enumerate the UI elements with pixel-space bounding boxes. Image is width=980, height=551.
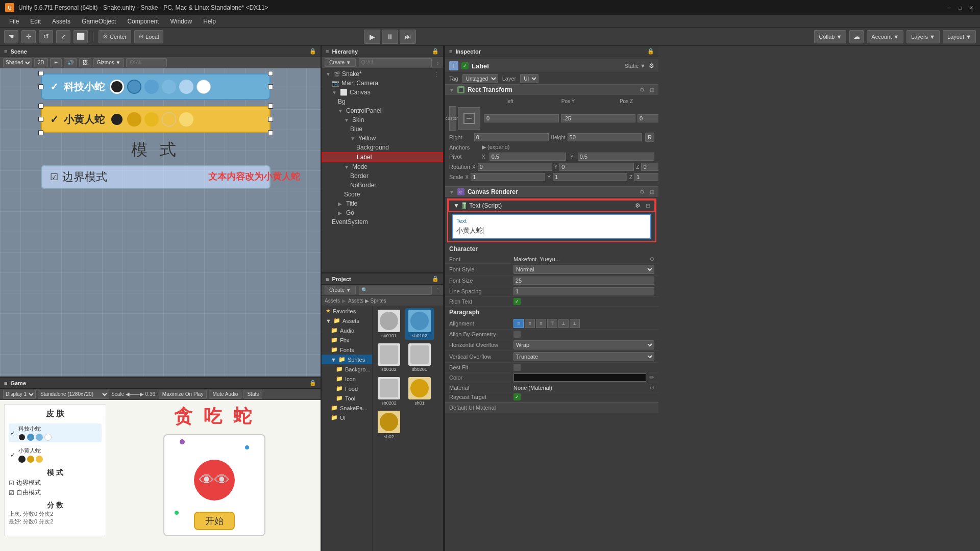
mute-button[interactable]: Mute Audio [209, 390, 241, 399]
static-label[interactable]: Static ▼ [625, 63, 646, 69]
hierarchy-create-button[interactable]: Create ▼ [325, 58, 356, 67]
proj-favorites[interactable]: ★ Favorites [322, 306, 372, 316]
hierarchy-lock-icon[interactable]: 🔒 [432, 48, 439, 55]
rt-posy-field[interactable] [561, 114, 635, 122]
file-sb0201[interactable]: sb0201 [405, 342, 434, 373]
rt-left-field[interactable] [484, 114, 559, 122]
hierarchy-mode[interactable]: ▼ Mode [322, 162, 443, 171]
proj-food[interactable]: 📁 Food [322, 384, 372, 393]
menu-assets[interactable]: Assets [47, 17, 76, 26]
rt-extra-icon[interactable]: ⊞ [650, 87, 654, 93]
proj-tool[interactable]: 📁 Tool [322, 393, 372, 403]
move-tool-button[interactable]: ✛ [21, 30, 36, 43]
view-2d-button[interactable]: 2D [34, 58, 48, 67]
hierarchy-background[interactable]: Background [322, 143, 443, 152]
scale-z-field[interactable] [634, 173, 658, 181]
menu-window[interactable]: Window [165, 17, 197, 26]
raycast-checkbox[interactable]: ✓ [513, 393, 521, 400]
proj-fonts[interactable]: 📁 Fonts [322, 345, 372, 355]
layout-button[interactable]: Layout ▼ [943, 30, 976, 43]
rt-r-button[interactable]: R [645, 133, 654, 142]
inspector-tab[interactable]: Inspector [455, 48, 481, 55]
align-left-button[interactable]: ≡ [513, 319, 524, 328]
minimize-button[interactable]: ─ [945, 4, 952, 11]
hierarchy-main-camera[interactable]: 📷 Main Camera [322, 79, 443, 88]
inspector-lock-icon[interactable]: 🔒 [647, 48, 654, 55]
proj-assets[interactable]: ▼ 📁 Assets [322, 316, 372, 325]
hierarchy-search-input[interactable] [359, 58, 432, 67]
pivot-x-field[interactable] [489, 153, 566, 161]
scene-light-button[interactable]: ☀ [50, 58, 62, 67]
font-style-select[interactable]: Normal [513, 265, 654, 274]
hierarchy-canvas[interactable]: ▼ ⬜ Canvas [322, 88, 443, 97]
material-picker-icon[interactable]: ⊙ [650, 384, 654, 391]
hierarchy-skin[interactable]: ▼ Skin [322, 115, 443, 124]
maximize-button[interactable]: Maximize On Play [159, 390, 207, 399]
display-select[interactable]: Display 1 [3, 390, 36, 399]
hierarchy-title[interactable]: ▶ Title [322, 199, 443, 208]
rect-tool-button[interactable]: ⬜ [74, 30, 88, 43]
hierarchy-scene-options[interactable]: ⋮ [434, 71, 439, 77]
hierarchy-blue[interactable]: Blue [322, 124, 443, 134]
rot-z-field[interactable] [641, 163, 658, 171]
align-top-button[interactable]: ⊤ [547, 319, 557, 328]
hierarchy-noborder[interactable]: NoBorder [322, 181, 443, 190]
hierarchy-options-icon[interactable]: ⋮ [435, 60, 440, 65]
local-button[interactable]: ⊛ Local [134, 30, 163, 43]
shading-select[interactable]: Shaded [3, 58, 32, 67]
project-lock-icon[interactable]: 🔒 [432, 276, 439, 282]
text-script-header[interactable]: ▼ T Text (Script) ⚙ ⊞ [448, 199, 655, 212]
color-swatch[interactable] [513, 373, 646, 382]
horiz-overflow-select[interactable]: Wrap [513, 340, 654, 349]
align-center-button[interactable]: ≡ [525, 319, 535, 328]
collab-button[interactable]: Collab ▼ [814, 30, 846, 43]
layer-select[interactable]: UI [520, 74, 538, 83]
layers-button[interactable]: Layers ▼ [906, 30, 940, 43]
hierarchy-label[interactable]: Label [322, 152, 443, 162]
proj-snakepa[interactable]: 📁 SnakePa... [322, 403, 372, 413]
file-sb0101[interactable]: sb0101 [375, 308, 403, 340]
stats-button[interactable]: Stats [243, 390, 262, 399]
text-extra-icon[interactable]: ⊞ [646, 203, 650, 209]
file-sh01[interactable]: sh01 [405, 375, 434, 407]
scale-tool-button[interactable]: ⤢ [56, 30, 70, 43]
scale-x-field[interactable] [471, 173, 545, 181]
breadcrumb-sprites[interactable]: Assets ▶ Sprites [348, 298, 386, 304]
line-spacing-input[interactable] [513, 287, 654, 295]
file-sb0202[interactable]: sb0202 [375, 375, 403, 407]
font-size-input[interactable] [513, 277, 654, 285]
rot-y-field[interactable] [559, 163, 634, 171]
scale-y-field[interactable] [553, 173, 627, 181]
scene-search-input[interactable] [126, 58, 167, 67]
text-gear-icon[interactable]: ⚙ [635, 202, 641, 209]
menu-component[interactable]: Component [122, 17, 164, 26]
vert-overflow-select[interactable]: Truncate [513, 352, 654, 361]
project-tab[interactable]: Project [332, 276, 351, 282]
hierarchy-go[interactable]: ▶ Go [322, 208, 443, 217]
align-by-geom-checkbox[interactable] [513, 331, 521, 338]
component-gear-icon[interactable]: ⚙ [649, 62, 654, 69]
gizmos-button[interactable]: Gizmos ▼ [93, 58, 125, 67]
proj-fbx[interactable]: 📁 Fbx [322, 335, 372, 345]
scene-lock-icon[interactable]: 🔒 [309, 48, 316, 55]
file-sb0102-selected[interactable]: sb0102 [405, 308, 434, 340]
align-right-button[interactable]: ≡ [536, 319, 546, 328]
game-lock-icon[interactable]: 🔒 [309, 380, 316, 386]
account-button[interactable]: Account ▼ [867, 30, 903, 43]
close-button[interactable]: ✕ [968, 4, 975, 11]
project-create-button[interactable]: Create ▼ [325, 286, 356, 294]
file-sb0102-2[interactable]: sb0102 [375, 342, 403, 373]
proj-audio[interactable]: 📁 Audio [322, 325, 372, 335]
cloud-button[interactable]: ☁ [849, 30, 864, 43]
pause-button[interactable]: ⏸ [382, 30, 398, 44]
hierarchy-tab[interactable]: Hierarchy [332, 48, 358, 55]
anchors-expand[interactable]: ▶ (expand) [482, 144, 509, 151]
canvas-renderer-section-header[interactable]: ▼ C Canvas Renderer ⚙ ⊞ [445, 186, 658, 197]
rot-x-field[interactable] [478, 163, 552, 171]
menu-help[interactable]: Help [198, 17, 221, 26]
cr-extra-icon[interactable]: ⊞ [650, 189, 654, 195]
scene-tab[interactable]: Scene [10, 48, 27, 55]
rt-right-field[interactable] [474, 133, 549, 141]
file-sh02[interactable]: sh02 [375, 409, 403, 441]
scene-audio-button[interactable]: 🔊 [64, 58, 77, 67]
